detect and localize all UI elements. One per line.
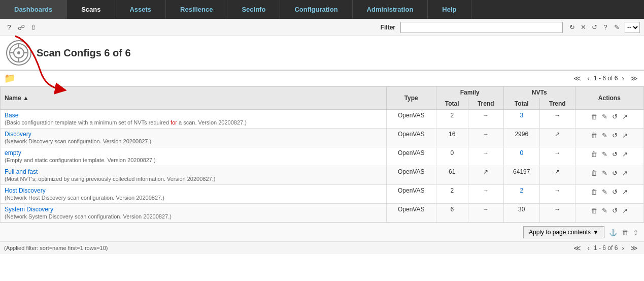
row-name-link[interactable]: Discovery: [5, 131, 31, 138]
bottom-first-page-btn[interactable]: ≪: [571, 243, 583, 253]
edit-icon[interactable]: ✎: [600, 131, 609, 140]
cell-name: Full and fast(Most NVT's; optimized by u…: [1, 166, 387, 185]
filter-label: Filter: [381, 24, 395, 31]
cell-type: OpenVAS: [386, 147, 436, 166]
first-page-btn[interactable]: ≪: [571, 73, 583, 83]
last-page-btn[interactable]: ≫: [628, 73, 640, 83]
bottom-next-page-btn[interactable]: ›: [620, 243, 626, 253]
nvts-total-link[interactable]: 0: [520, 149, 523, 157]
col-family-total: Total: [436, 98, 468, 110]
filter-edit-icon[interactable]: ✎: [612, 22, 622, 33]
edit-icon[interactable]: ✎: [600, 206, 609, 215]
export-icon[interactable]: ↗: [621, 149, 629, 159]
cell-family-total: 61: [436, 166, 468, 185]
page-info-top: 1 - 6 of 6: [594, 75, 618, 82]
delete-icon[interactable]: 🗑: [589, 149, 599, 159]
clone-icon[interactable]: ↺: [611, 112, 619, 121]
delete-icon[interactable]: 🗑: [589, 206, 599, 215]
row-name-link[interactable]: System Discovery: [5, 206, 53, 213]
filter-help-icon[interactable]: ?: [600, 22, 611, 33]
table-header-group-row: Name ▲ Type Family NVTs Actions: [1, 87, 644, 99]
nav-help[interactable]: Help: [428, 0, 471, 19]
bottom-last-page-btn[interactable]: ≫: [628, 243, 640, 253]
export-icon[interactable]: ↗: [621, 168, 629, 178]
scan-table: Name ▲ Type Family NVTs Actions Total Tr…: [0, 86, 644, 223]
filter-actions: ↻ ✕ ↺ ? ✎ --: [567, 22, 640, 33]
prev-page-btn[interactable]: ‹: [585, 73, 592, 83]
edit-icon[interactable]: ✎: [600, 187, 609, 197]
clone-icon[interactable]: ↺: [611, 187, 619, 197]
cell-nvts-total: 3: [503, 110, 539, 129]
clone-icon[interactable]: ↺: [611, 131, 619, 140]
nav-secinfo[interactable]: SecInfo: [227, 0, 280, 19]
cell-nvts-trend: →: [539, 204, 575, 223]
next-page-btn[interactable]: ›: [620, 73, 626, 83]
bottom-bar: Apply to page contents ▼ ⚓ 🗑 ⇧: [0, 223, 644, 241]
edit-icon[interactable]: ✎: [600, 112, 609, 121]
nav-administration[interactable]: Administration: [353, 0, 428, 19]
delete-icon[interactable]: 🗑: [589, 112, 599, 121]
row-name-link[interactable]: Full and fast: [5, 168, 38, 175]
cell-actions: 🗑✎↺↗: [575, 204, 643, 223]
folder-icon[interactable]: 📁: [4, 73, 15, 84]
row-name-link[interactable]: Host Discovery: [5, 187, 46, 194]
cell-family-trend: →: [468, 185, 503, 204]
nav-dashboards[interactable]: Dashboards: [0, 0, 67, 19]
cell-name: Host Discovery(Network Host Discovery sc…: [1, 185, 387, 204]
cell-name: empty(Empty and static configuration tem…: [1, 147, 387, 166]
nav-scans[interactable]: Scans: [67, 0, 115, 19]
table-row: System Discovery(Network System Discover…: [1, 204, 644, 223]
filter-refresh-icon[interactable]: ↻: [567, 22, 577, 33]
bottom-prev-page-btn[interactable]: ‹: [585, 243, 592, 253]
desc-for-link[interactable]: for: [171, 119, 177, 126]
table-row: Base(Basic configuration template with a…: [1, 110, 644, 129]
delete-icon[interactable]: 🗑: [589, 187, 599, 197]
bottom-tag-icon[interactable]: ⚓: [607, 228, 619, 237]
clone-icon[interactable]: ↺: [611, 149, 619, 159]
apply-to-page-btn[interactable]: Apply to page contents ▼: [523, 226, 604, 238]
table-row: Host Discovery(Network Host Discovery sc…: [1, 185, 644, 204]
col-group-nvts: NVTs: [503, 87, 575, 99]
svg-point-2: [17, 51, 20, 54]
cell-nvts-total: 64197: [503, 166, 539, 185]
filter-input[interactable]: [400, 22, 563, 33]
new-icon[interactable]: ☍: [16, 22, 26, 33]
col-group-family: Family: [436, 87, 503, 99]
nav-assets[interactable]: Assets: [115, 0, 166, 19]
clone-icon[interactable]: ↺: [611, 206, 619, 215]
cell-nvts-trend: ↗: [539, 166, 575, 185]
bottom-delete-icon[interactable]: 🗑: [620, 228, 630, 237]
cell-nvts-total: 30: [503, 204, 539, 223]
row-name-link[interactable]: Base: [5, 112, 18, 119]
clone-icon[interactable]: ↺: [611, 168, 619, 178]
cell-actions: 🗑✎↺↗: [575, 185, 643, 204]
bottom-export-icon[interactable]: ⇧: [631, 228, 640, 237]
export-icon[interactable]: ↗: [621, 187, 629, 197]
delete-icon[interactable]: 🗑: [589, 168, 599, 178]
nvts-total-link[interactable]: 3: [520, 112, 523, 119]
nav-configuration[interactable]: Configuration: [280, 0, 352, 19]
table-row: Discovery(Network Discovery scan configu…: [1, 129, 644, 147]
apply-dropdown-icon[interactable]: ▼: [593, 229, 599, 236]
nvts-total-link[interactable]: 2: [520, 187, 523, 194]
row-name-link[interactable]: empty: [5, 149, 21, 157]
delete-icon[interactable]: 🗑: [589, 131, 599, 140]
export-icon[interactable]: ↗: [621, 112, 629, 121]
upload-icon[interactable]: ⇧: [28, 22, 39, 33]
export-icon[interactable]: ↗: [621, 206, 629, 215]
col-family-trend: Trend: [468, 98, 503, 110]
page-title: Scan Configs 6 of 6: [37, 47, 131, 59]
nav-resilience[interactable]: Resilience: [166, 0, 227, 19]
filter-reset-icon[interactable]: ↺: [589, 22, 599, 33]
table-row: Full and fast(Most NVT's; optimized by u…: [1, 166, 644, 185]
cell-family-total: 0: [436, 147, 468, 166]
filter-select[interactable]: --: [625, 22, 640, 33]
col-header-name[interactable]: Name ▲: [1, 87, 387, 110]
edit-icon[interactable]: ✎: [600, 168, 609, 178]
cell-family-total: 2: [436, 110, 468, 129]
filter-clear-icon[interactable]: ✕: [578, 22, 588, 33]
cell-type: OpenVAS: [386, 129, 436, 147]
edit-icon[interactable]: ✎: [600, 149, 609, 159]
help-icon[interactable]: ?: [4, 22, 14, 33]
export-icon[interactable]: ↗: [621, 131, 629, 140]
